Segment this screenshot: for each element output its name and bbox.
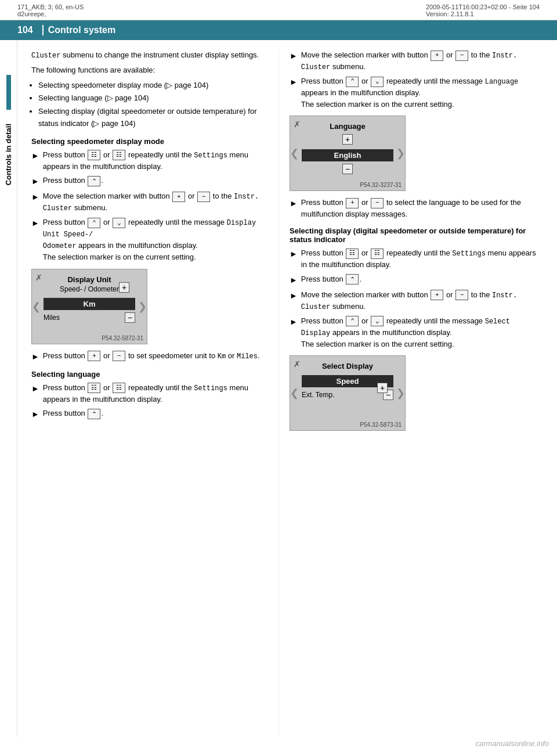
watermark: carmanualsonline.info <box>476 739 549 748</box>
display1-ref: P54.32-5872-31 <box>102 335 143 341</box>
btn-down2-icon: ⌄ <box>371 77 384 87</box>
step-display-4: ► Press button ⌃ or ⌄ repeatedly until t… <box>290 315 543 350</box>
btn-up3-icon: ⌃ <box>346 316 359 326</box>
col-right: ► Move the selection marker with button … <box>278 49 557 737</box>
btn-plus3-icon: + <box>431 51 443 61</box>
step-speed-3: ► Move the selection marker with button … <box>31 190 268 214</box>
btn-menu2-icon: ☷ <box>113 150 125 160</box>
display1-title: Display Unit <box>32 269 147 284</box>
display1-other: Miles − <box>44 312 135 323</box>
display1-plus: + <box>119 282 129 293</box>
page-title-bar: 104 Control system <box>0 20 557 40</box>
display2-title: Language <box>290 116 405 131</box>
main-layout: Controls in detail Cluster submenu to ch… <box>0 40 557 737</box>
btn-up-icon: ⌃ <box>88 218 100 228</box>
step-speed-4: ► Press button ⌃ or ⌄ repeatedly until t… <box>31 217 268 263</box>
step-display-3: ► Move the selection marker with button … <box>290 289 543 312</box>
intro-line2: The following functions are available: <box>31 64 268 76</box>
header-left: 171_AKB; 3; 60, en-USd2ureepe, <box>17 3 84 17</box>
display1-selected: Km <box>44 298 135 310</box>
btn-down3-icon: ⌄ <box>371 316 384 326</box>
btn-minus5-icon: − <box>455 290 468 300</box>
display3-title: Select Display <box>290 356 405 370</box>
display-image-speed: ✗ ❮ ❯ Display Unit Speed- / Odometer Km … <box>31 269 147 344</box>
step-speed-5: ► Press button + or − to set speedometer… <box>31 350 268 363</box>
btn-menu6-icon: ☷ <box>371 249 384 259</box>
display2-minus: − <box>342 164 353 174</box>
display1-subtitle: Speed- / Odometer <box>32 284 147 293</box>
bullet-item-2: Selecting language (▷ page 104) <box>38 92 268 105</box>
btn-minus3-icon: − <box>455 51 468 61</box>
display-image-language: ✗ ❮ ❯ Language + English − P54.32- <box>290 116 406 191</box>
btn-plus-icon: + <box>172 192 185 202</box>
section-lang-heading: Selecting language <box>31 370 268 379</box>
bullet-item-1: Selecting speedometer display mode (▷ pa… <box>38 80 268 92</box>
step-display-1: ► Press button ☷ or ☷ repeatedly until t… <box>290 247 543 271</box>
sidebar: Controls in detail <box>0 40 17 737</box>
btn-menu-icon: ☷ <box>88 150 100 160</box>
display-image-select: ✗ ❮ ❯ Select Display Speed Ext. Temp. − … <box>290 355 406 431</box>
section-display-heading: Selecting display (digital speedometer o… <box>290 226 543 244</box>
doc-header: 171_AKB; 3; 60, en-USd2ureepe, 2009-05-1… <box>0 0 557 20</box>
btn-plus5-icon: + <box>431 290 443 300</box>
cluster-mono: Cluster <box>31 52 60 60</box>
display2-selected: English <box>302 149 393 161</box>
btn-home3-icon: ⌃ <box>346 274 359 285</box>
btn-plus4-icon: + <box>346 198 359 208</box>
display2-ref: P54.32-3237-31 <box>360 182 402 188</box>
step-right-2: ► Press button ⌃ or ⌄ repeatedly until t… <box>290 75 543 110</box>
page-number: 104 <box>0 25 42 35</box>
btn-menu3-icon: ☷ <box>88 383 100 393</box>
col-left: Cluster submenu to change the instrument… <box>17 49 278 737</box>
sidebar-marker <box>6 75 11 110</box>
header-right: 2009-05-11T16:00:23+02:00 - Seite 104Ver… <box>426 3 540 17</box>
intro-line1: Cluster submenu to change the instrument… <box>31 49 268 61</box>
bullet-item-3: Selecting display (digital speedometer o… <box>38 106 268 130</box>
btn-home2-icon: ⌃ <box>88 409 100 419</box>
bullet-list: Selecting speedometer display mode (▷ pa… <box>38 80 268 130</box>
display3-ref: P54.32-5873-31 <box>360 422 402 428</box>
step-right-1: ► Move the selection marker with button … <box>290 49 543 73</box>
btn-up2-icon: ⌃ <box>346 77 359 87</box>
display2-plus: + <box>342 134 353 145</box>
display3-plus: + <box>377 383 388 393</box>
btn-menu4-icon: ☷ <box>113 383 125 393</box>
section-speed-heading: Selecting speedometer display mode <box>31 137 268 146</box>
step-speed-1: ► Press button ☷ or ☷ repeatedly until t… <box>31 149 268 172</box>
page-title: Control system <box>42 25 115 35</box>
step-right-3: ► Press button + or − to select the lang… <box>290 197 543 219</box>
btn-minus-icon: − <box>197 192 210 202</box>
sidebar-label: Controls in detail <box>4 124 13 185</box>
step-lang-2: ► Press button ⌃. <box>31 408 268 420</box>
btn-minus4-icon: − <box>371 198 384 208</box>
btn-down-icon: ⌄ <box>113 218 125 228</box>
step-display-2: ► Press button ⌃. <box>290 273 543 286</box>
btn-menu5-icon: ☷ <box>346 249 359 259</box>
btn-plus2-icon: + <box>88 351 100 361</box>
step-speed-2: ► Press button ⌃. <box>31 175 268 188</box>
step-lang-1: ► Press button ☷ or ☷ repeatedly until t… <box>31 382 268 405</box>
content-area: Cluster submenu to change the instrument… <box>17 40 557 737</box>
btn-home-icon: ⌃ <box>88 176 100 186</box>
btn-minus2-icon: − <box>113 351 125 361</box>
